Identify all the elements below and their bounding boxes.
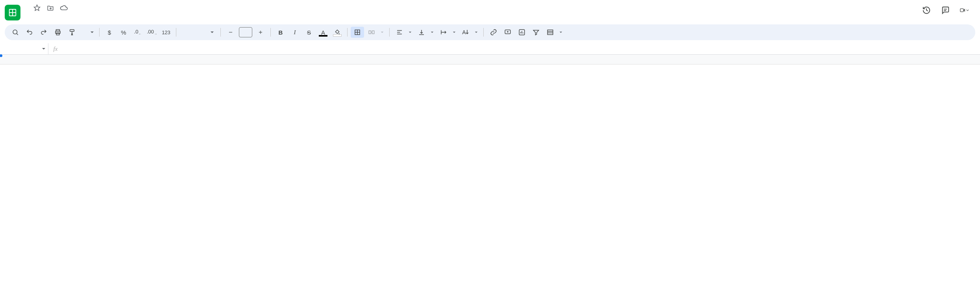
increase-font-size-button[interactable]: [254, 27, 267, 38]
font-size-input[interactable]: [239, 27, 252, 37]
doc-title[interactable]: [24, 7, 28, 9]
font-family-dropdown[interactable]: [179, 27, 217, 38]
text-rotation-button[interactable]: A: [459, 27, 472, 38]
vertical-align-button[interactable]: [415, 27, 428, 38]
more-formats-button[interactable]: 123: [159, 27, 173, 38]
move-icon[interactable]: [46, 3, 55, 13]
italic-button[interactable]: I: [288, 27, 301, 38]
meet-icon[interactable]: [960, 6, 969, 15]
wrap-dropdown-icon[interactable]: [450, 31, 458, 34]
decrease-decimal-button[interactable]: .0←: [131, 27, 144, 38]
column-headers: [18, 55, 980, 65]
star-icon[interactable]: [32, 3, 42, 13]
toolbar: $ % .0← .00→ 123 B I S A A: [5, 24, 975, 40]
formula-bar-row: fx: [0, 43, 980, 55]
text-wrap-button[interactable]: [437, 27, 450, 38]
print-button[interactable]: [51, 27, 65, 38]
paint-format-button[interactable]: [65, 27, 79, 38]
horizontal-align-button[interactable]: [393, 27, 406, 38]
formula-bar-input[interactable]: [63, 43, 980, 54]
undo-button[interactable]: [23, 27, 36, 38]
v-align-dropdown-icon[interactable]: [428, 31, 436, 34]
merge-dropdown-icon[interactable]: [378, 31, 386, 34]
insert-link-button[interactable]: [487, 27, 500, 38]
svg-line-9: [17, 33, 18, 35]
name-box[interactable]: [0, 43, 48, 54]
bold-button[interactable]: B: [274, 27, 287, 38]
redo-button[interactable]: [37, 27, 50, 38]
sheets-logo[interactable]: [5, 5, 20, 20]
decrease-font-size-button[interactable]: [224, 27, 237, 38]
svg-point-8: [13, 30, 17, 34]
table-view-button[interactable]: [544, 27, 557, 38]
history-icon[interactable]: [922, 6, 931, 15]
zoom-dropdown-icon[interactable]: [88, 30, 96, 34]
h-align-dropdown-icon[interactable]: [406, 31, 414, 34]
svg-rect-6: [960, 9, 963, 12]
table-view-dropdown-icon[interactable]: [557, 31, 565, 34]
svg-rect-35: [547, 30, 553, 35]
insert-comment-button[interactable]: [501, 27, 514, 38]
format-percent-button[interactable]: %: [117, 27, 130, 38]
filter-button[interactable]: [529, 27, 543, 38]
strikethrough-button[interactable]: S: [302, 27, 316, 38]
format-currency-button[interactable]: $: [103, 27, 116, 38]
svg-marker-34: [533, 30, 539, 35]
rotation-dropdown-icon[interactable]: [472, 31, 480, 34]
merge-cells-button[interactable]: [365, 27, 378, 38]
svg-marker-3: [34, 5, 40, 11]
app-header: [0, 0, 980, 20]
comment-icon[interactable]: [941, 6, 950, 15]
search-menus-icon[interactable]: [9, 27, 22, 38]
increase-decimal-button[interactable]: .00→: [145, 27, 159, 38]
fill-color-button[interactable]: [331, 27, 344, 38]
borders-button[interactable]: [351, 27, 364, 38]
fx-icon: fx: [48, 43, 63, 54]
insert-chart-button[interactable]: [515, 27, 529, 38]
text-color-button[interactable]: A: [316, 27, 330, 38]
svg-rect-13: [70, 30, 74, 31]
svg-rect-21: [372, 31, 374, 34]
cloud-status-icon[interactable]: [59, 3, 68, 13]
svg-rect-20: [369, 31, 371, 34]
select-all-corner[interactable]: [0, 55, 18, 65]
